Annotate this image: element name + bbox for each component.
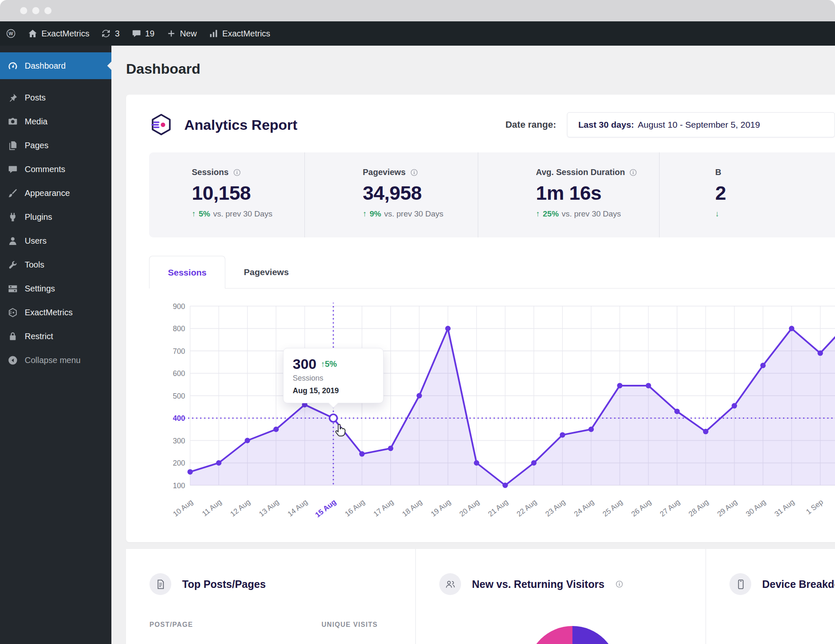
info-icon[interactable] <box>615 580 624 588</box>
svg-text:25 Aug: 25 Aug <box>601 497 624 518</box>
wp-logo-menu[interactable]: W <box>0 21 22 46</box>
site-name-menu[interactable]: ExactMetrics <box>22 21 95 46</box>
chart-tabs: Sessions Pageviews <box>149 256 835 289</box>
stat-change: ↓ <box>715 209 835 219</box>
sidebar-item-settings[interactable]: Settings <box>0 277 111 301</box>
svg-text:400: 400 <box>173 414 185 422</box>
svg-text:16 Aug: 16 Aug <box>343 497 366 518</box>
stat-value: 34,958 <box>363 181 478 204</box>
stat-change: ↑ 9% vs. prev 30 Days <box>363 209 478 219</box>
document-icon <box>149 573 171 595</box>
analytics-report-card: Analytics Report Date range: Last 30 day… <box>126 95 835 542</box>
svg-text:22 Aug: 22 Aug <box>515 497 538 518</box>
site-name-label: ExactMetrics <box>41 29 89 39</box>
plus-icon <box>166 28 176 39</box>
sidebar-item-exactmetrics[interactable]: ExactMetrics <box>0 301 111 325</box>
svg-text:24 Aug: 24 Aug <box>572 497 595 518</box>
bar-chart-icon <box>209 28 219 39</box>
update-icon <box>101 28 111 39</box>
sidebar-item-label: Users <box>25 236 46 246</box>
svg-text:21 Aug: 21 Aug <box>487 497 510 518</box>
collapse-icon <box>8 355 18 366</box>
svg-text:800: 800 <box>173 325 185 333</box>
people-icon <box>439 573 461 595</box>
stat-label: B <box>715 167 721 177</box>
svg-text:10 Aug: 10 Aug <box>171 497 194 518</box>
svg-text:700: 700 <box>173 347 185 355</box>
updates-menu[interactable]: 3 <box>95 21 125 46</box>
date-range-group: Date range: Last 30 days: August 10 - Se… <box>505 112 835 137</box>
svg-text:31 Aug: 31 Aug <box>773 497 796 518</box>
new-vs-returning-title: New vs. Returning Visitors <box>472 578 604 590</box>
sidebar-item-label: Collapse menu <box>25 355 80 365</box>
tooltip-value: 300 <box>293 356 317 372</box>
sidebar-item-posts[interactable]: Posts <box>0 86 111 110</box>
line-chart-svg: 10020030040050060070080090010 Aug11 Aug1… <box>126 303 835 537</box>
info-icon[interactable] <box>410 168 418 177</box>
sidebar-item-collapse-menu[interactable]: Collapse menu <box>0 348 111 372</box>
window-close-dot[interactable] <box>20 7 27 14</box>
cursor-icon <box>334 422 349 438</box>
comments-menu[interactable]: 19 <box>126 21 160 46</box>
sidebar-item-label: Posts <box>25 93 46 103</box>
window-minimize-dot[interactable] <box>32 7 39 14</box>
column-post-page: POST/PAGE <box>149 621 193 629</box>
stat-label: Sessions <box>192 167 229 177</box>
comment-bubble-icon <box>131 28 142 39</box>
home-icon <box>28 28 38 39</box>
updates-count: 3 <box>115 29 119 39</box>
svg-text:27 Aug: 27 Aug <box>658 497 681 518</box>
column-unique-visits: UNIQUE VISITS <box>322 621 378 629</box>
sidebar-item-label: Restrict <box>25 332 53 341</box>
media-icon <box>8 116 18 127</box>
page-title: Dashboard <box>126 61 835 77</box>
tab-sessions[interactable]: Sessions <box>149 256 225 289</box>
svg-text:900: 900 <box>173 303 185 311</box>
tooltip-change: ↑5% <box>321 359 337 369</box>
svg-text:W: W <box>9 31 13 36</box>
tab-pageviews[interactable]: Pageviews <box>225 256 307 288</box>
tooltip-label: Sessions <box>293 374 374 383</box>
window-zoom-dot[interactable] <box>44 7 52 14</box>
sidebar-item-restrict[interactable]: Restrict <box>0 325 111 348</box>
svg-text:13 Aug: 13 Aug <box>257 497 280 518</box>
sidebar-item-label: Plugins <box>25 212 52 222</box>
stat-change: ↑ 5% vs. prev 30 Days <box>192 209 304 219</box>
tooltip-date: Aug 15, 2019 <box>293 386 374 395</box>
stat-label: Pageviews <box>363 167 405 177</box>
sidebar-item-pages[interactable]: Pages <box>0 134 111 157</box>
sidebar-item-plugins[interactable]: Plugins <box>0 205 111 229</box>
exactmetrics-toolbar-menu[interactable]: ExactMetrics <box>203 21 276 46</box>
new-content-menu[interactable]: New <box>160 21 203 46</box>
stat-change: ↑ 25% vs. prev 30 Days <box>536 209 659 219</box>
stat-value: 10,158 <box>192 181 304 204</box>
sidebar-item-tools[interactable]: Tools <box>0 253 111 277</box>
sidebar-item-comments[interactable]: Comments <box>0 157 111 181</box>
appearance-icon <box>8 188 18 198</box>
date-range-label: Date range: <box>505 119 556 130</box>
svg-text:18 Aug: 18 Aug <box>400 497 423 518</box>
info-icon[interactable] <box>629 168 637 177</box>
sidebar-item-label: Pages <box>25 141 49 150</box>
svg-text:29 Aug: 29 Aug <box>716 497 739 518</box>
sidebar-item-appearance[interactable]: Appearance <box>0 181 111 205</box>
main-content: Dashboard Analytics Report Date range: L… <box>111 46 835 644</box>
sessions-chart[interactable]: 10020030040050060070080090010 Aug11 Aug1… <box>126 303 835 537</box>
sidebar-item-label: ExactMetrics <box>25 308 72 317</box>
sidebar-item-media[interactable]: Media <box>0 110 111 134</box>
device-breakdown-title: Device Breakdown <box>762 578 835 590</box>
date-range-button[interactable]: Last 30 days: August 10 - September 5, 2… <box>567 112 835 137</box>
summary-stats: Sessions 10,158 ↑ 5% vs. prev 30 Days Pa… <box>149 152 835 237</box>
sidebar-item-dashboard[interactable]: Dashboard <box>0 52 111 79</box>
sidebar-item-label: Dashboard <box>25 61 66 71</box>
svg-text:20 Aug: 20 Aug <box>458 497 481 518</box>
exactmetrics-logo-icon <box>149 113 173 137</box>
wordpress-logo-icon: W <box>6 28 16 39</box>
new-label: New <box>180 29 197 39</box>
sidebar-item-users[interactable]: Users <box>0 229 111 253</box>
plugins-icon <box>8 212 18 222</box>
date-range-dates: August 10 - September 5, 2019 <box>638 120 760 130</box>
sidebar-item-label: Comments <box>25 165 65 174</box>
posts-icon <box>8 93 18 103</box>
info-icon[interactable] <box>233 168 241 177</box>
